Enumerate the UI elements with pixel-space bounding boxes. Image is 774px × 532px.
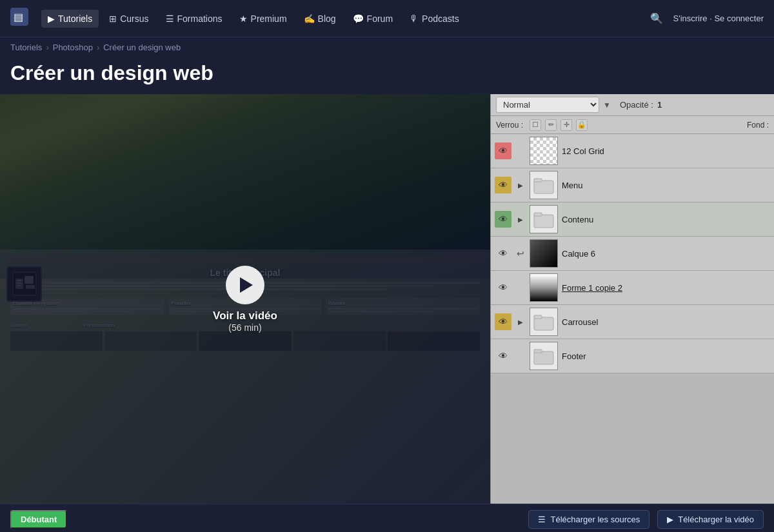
breadcrumb-sep-2: › (97, 43, 99, 52)
search-icon[interactable]: 🔍 (650, 12, 663, 25)
svg-rect-9 (534, 181, 553, 193)
play-triangle-icon (240, 277, 253, 293)
video-label: Voir la vidéo (213, 310, 277, 322)
svg-rect-15 (534, 351, 553, 364)
video-duration: (56 min) (228, 322, 261, 333)
layer-expand-icon (515, 146, 526, 156)
breadcrumb-photoshop[interactable]: Photoshop (53, 43, 93, 52)
layer-eye-icon[interactable]: 👁 (495, 245, 511, 262)
svg-rect-10 (534, 179, 542, 182)
play-button[interactable] (226, 266, 264, 304)
layers-top-bar: Normal ▼ Opacité : 1 (491, 94, 774, 116)
layer-name: Carrousel (562, 317, 770, 327)
nav-podcasts[interactable]: 🎙 Podcasts (403, 10, 466, 28)
layer-eye-icon[interactable]: 👁 (495, 348, 511, 364)
layer-item[interactable]: 👁 ▶ Menu (491, 168, 774, 202)
layer-thumbnail (530, 308, 558, 336)
nav-premium[interactable]: ★ Premium (233, 10, 293, 28)
opacity-label: Opacité : (620, 100, 653, 110)
layer-thumbnail (530, 273, 558, 302)
navbar: ▤ ▶ Tutoriels ⊞ Cursus ☰ Formations ★ Pr… (0, 0, 774, 37)
layer-item[interactable]: 👁 ▶ Contenu (491, 202, 774, 237)
breadcrumb-sep-1: › (46, 43, 48, 52)
page-title: Créer un design web (0, 57, 774, 94)
layer-expand-icon[interactable]: ▶ (515, 214, 526, 224)
layer-thumbnail (530, 239, 558, 268)
nav-formations[interactable]: ☰ Formations (159, 10, 229, 28)
breadcrumb-tutoriels[interactable]: Tutoriels (10, 43, 42, 52)
site-logo[interactable]: ▤ (10, 8, 28, 29)
svg-rect-12 (534, 213, 542, 216)
layer-eye-icon[interactable]: 👁 (495, 279, 511, 296)
layer-item[interactable]: 👁 12 Col Grid (491, 134, 774, 168)
breadcrumb: Tutoriels › Photoshop › Créer un design … (0, 37, 774, 57)
layer-expand-icon[interactable]: ▶ (515, 317, 526, 327)
nav-right: 🔍 S'inscrire · Se connecter (650, 12, 764, 25)
layer-expand-icon[interactable]: ▶ (515, 180, 526, 190)
play-overlay[interactable]: Voir la vidéo (56 min) (0, 94, 490, 504)
layer-item[interactable]: 👁 ▶ Carrousel (491, 305, 774, 339)
layers-controls: Verrou : ☐ ✏ ✛ 🔒 Fond : (491, 116, 774, 134)
download-video-icon: ▶ (667, 515, 673, 524)
bottom-actions: ☰ Télécharger les sources ▶ Télécharger … (528, 510, 764, 529)
layers-panel: Normal ▼ Opacité : 1 Verrou : ☐ ✏ ✛ 🔒 Fo… (490, 94, 774, 504)
blend-arrow-icon: ▼ (603, 101, 611, 110)
layer-name: Forme 1 copie 2 (562, 283, 770, 293)
layer-eye-icon[interactable]: 👁 (495, 143, 511, 159)
bottom-bar: Débutant ☰ Télécharger les sources ▶ Tél… (0, 504, 774, 532)
nav-blog[interactable]: ✍ Blog (297, 10, 342, 28)
layer-thumbnail (530, 171, 558, 199)
layer-item[interactable]: 👁 Footer (491, 339, 774, 373)
lock-paint-icon[interactable]: ✏ (545, 119, 557, 131)
download-sources-label: Télécharger les sources (550, 515, 640, 524)
auth-link[interactable]: S'inscrire · Se connecter (673, 14, 764, 23)
blend-mode-select[interactable]: Normal (496, 97, 599, 113)
premium-icon: ★ (239, 14, 248, 24)
nav-cursus[interactable]: ⊞ Cursus (103, 10, 155, 28)
opacity-value: 1 (657, 100, 662, 110)
video-background: Le titre principal Chanter en rythme Pla… (0, 94, 490, 504)
layer-expand-icon (515, 282, 526, 293)
layer-eye-icon[interactable]: 👁 (495, 211, 511, 228)
layer-thumbnail (530, 342, 558, 370)
download-video-label: Télécharger la vidéo (678, 515, 754, 524)
layer-thumbnail (530, 205, 558, 233)
layer-eye-icon[interactable]: 👁 (495, 177, 511, 193)
svg-text:▤: ▤ (14, 12, 23, 23)
layer-name: 12 Col Grid (562, 146, 770, 156)
podcasts-icon: 🎙 (410, 14, 419, 24)
lock-move-icon[interactable]: ✛ (561, 119, 572, 131)
layer-item[interactable]: 👁 ↩ Calque 6 (491, 237, 774, 271)
svg-rect-13 (534, 317, 553, 330)
breadcrumb-current: Créer un design web (103, 43, 181, 52)
lock-all-icon[interactable]: 🔒 (576, 119, 588, 131)
tutoriels-icon: ▶ (48, 14, 55, 24)
layer-name: Menu (562, 181, 770, 190)
download-video-button[interactable]: ▶ Télécharger la vidéo (657, 510, 764, 529)
layer-name: Calque 6 (562, 249, 770, 259)
blog-icon: ✍ (304, 14, 315, 24)
svg-rect-16 (534, 350, 542, 353)
layer-link-icon: ↩ (515, 248, 526, 259)
debutant-badge[interactable]: Débutant (10, 510, 67, 529)
forum-icon: 💬 (353, 14, 364, 24)
nav-tutoriels[interactable]: ▶ Tutoriels (41, 10, 99, 28)
layers-list: 👁 12 Col Grid 👁 ▶ Menu 👁 ▶ (491, 134, 774, 504)
nav-links: ▶ Tutoriels ⊞ Cursus ☰ Formations ★ Prem… (41, 10, 650, 28)
verrou-label: Verrou : (496, 121, 523, 130)
layer-name: Footer (562, 351, 770, 361)
download-sources-button[interactable]: ☰ Télécharger les sources (528, 510, 650, 529)
svg-rect-11 (534, 215, 553, 228)
formations-icon: ☰ (166, 14, 174, 24)
fond-label: Fond : (747, 121, 769, 130)
layer-expand-icon (515, 351, 526, 361)
content-area: Le titre principal Chanter en rythme Pla… (0, 94, 774, 504)
lock-transparent-icon[interactable]: ☐ (530, 119, 541, 131)
layer-eye-icon[interactable]: 👁 (495, 313, 511, 330)
layer-item[interactable]: 👁 Forme 1 copie 2 (491, 271, 774, 305)
nav-forum[interactable]: 💬 Forum (346, 10, 399, 28)
video-section: Le titre principal Chanter en rythme Pla… (0, 94, 490, 504)
lock-icons: ☐ ✏ ✛ 🔒 (530, 119, 588, 131)
cursus-icon: ⊞ (109, 14, 117, 24)
svg-rect-14 (534, 315, 542, 319)
